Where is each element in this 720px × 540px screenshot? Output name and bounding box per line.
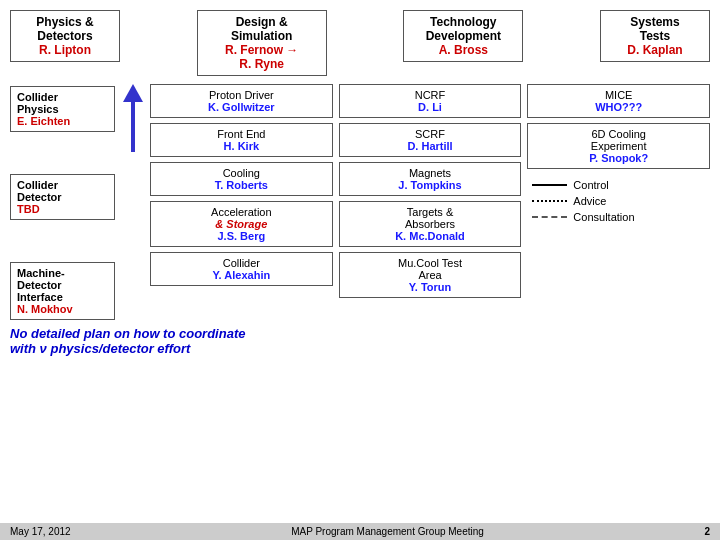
mc-title2: Area: [346, 269, 515, 281]
cool-person: T. Roberts: [157, 179, 326, 191]
accel-person: J.S. Berg: [157, 230, 326, 242]
footer-page: 2: [704, 526, 710, 537]
fe-person: H. Kirk: [157, 140, 326, 152]
mag-title: Magnets: [346, 167, 515, 179]
tgt-title: Targets &: [346, 206, 515, 218]
main-content: Physics & Detectors R. Lipton Design & S…: [0, 0, 720, 320]
footer-event: MAP Program Management Group Meeting: [291, 526, 484, 537]
bottom-line1: No detailed plan on how to coordinate: [10, 326, 710, 341]
header-physics-line1: Physics &: [19, 15, 111, 29]
diagram: Collider Physics E. Eichten Collider Det…: [10, 84, 710, 320]
spacer2: [10, 226, 115, 256]
fe-title: Front End: [157, 128, 326, 140]
coll-title: Collider: [157, 257, 326, 269]
cell-mice: MICE WHO???: [527, 84, 710, 118]
header-design: Design & Simulation R. Fernow → R. Ryne: [197, 10, 327, 76]
tech-column: NCRF D. Li SCRF D. Hartill Magnets J. To…: [339, 84, 522, 298]
bottom-text: No detailed plan on how to coordinate wi…: [0, 326, 720, 356]
design-column: Proton Driver K. Gollwitzer Front End H.…: [150, 84, 333, 286]
header-physics-person: R. Lipton: [19, 43, 111, 57]
legend-consult-line: [532, 216, 567, 218]
right-area: MICE WHO??? 6D Cooling Experiment P. Sno…: [527, 84, 710, 232]
tgt-person: K. Mc.Donald: [346, 230, 515, 242]
ncrf-title: NCRF: [346, 89, 515, 101]
coll-person: Y. Alexahin: [157, 269, 326, 281]
mc-person: Y. Torun: [346, 281, 515, 293]
pd-person: K. Gollwitzer: [157, 101, 326, 113]
legend-control-line: [532, 184, 567, 186]
header-technology: Technology Development A. Bross: [403, 10, 523, 62]
header-design-person1: R. Fernow →: [206, 43, 318, 57]
mice-person: WHO???: [534, 101, 703, 113]
spacer1: [10, 138, 115, 168]
legend: Control Advice Consultation: [527, 179, 710, 232]
header-systems-line2: Tests: [609, 29, 701, 43]
md-line3: Interface: [17, 291, 108, 303]
header-design-person2: R. Ryne: [206, 57, 318, 71]
legend-advice: Advice: [532, 195, 710, 207]
accel-special: & Storage: [157, 218, 326, 230]
cool-title: Cooling: [157, 167, 326, 179]
cp-line2: Physics: [17, 103, 108, 115]
accel-title: Acceleration: [157, 206, 326, 218]
md-line1: Machine-: [17, 267, 108, 279]
legend-advice-line: [532, 200, 567, 202]
header-design-line2: Simulation: [206, 29, 318, 43]
footer-bar: May 17, 2012 MAP Program Management Grou…: [0, 523, 720, 540]
legend-consultation: Consultation: [532, 211, 710, 223]
left-machine-detector: Machine- Detector Interface N. Mokhov: [10, 262, 115, 320]
cd-line1: Collider: [17, 179, 108, 191]
arrow-area: [115, 84, 150, 162]
cell-ncrf: NCRF D. Li: [339, 84, 522, 118]
header-systems-person: D. Kaplan: [609, 43, 701, 57]
cell-scrf: SCRF D. Hartill: [339, 123, 522, 157]
footer-date: May 17, 2012: [10, 526, 71, 537]
up-arrow-shaft: [131, 102, 135, 152]
cell-acceleration: Acceleration & Storage J.S. Berg: [150, 201, 333, 247]
6d-title2: Experiment: [534, 140, 703, 152]
cp-person: E. Eichten: [17, 115, 108, 127]
mice-title: MICE: [534, 89, 703, 101]
header-design-line1: Design &: [206, 15, 318, 29]
bottom-line2: with ν physics/detector effort: [10, 341, 710, 356]
cell-magnets: Magnets J. Tompkins: [339, 162, 522, 196]
cd-line2: Detector: [17, 191, 108, 203]
cd-person: TBD: [17, 203, 108, 215]
md-line2: Detector: [17, 279, 108, 291]
up-arrow-head: [123, 84, 143, 102]
cell-6d-cooling: 6D Cooling Experiment P. Snopok?: [527, 123, 710, 169]
legend-control: Control: [532, 179, 710, 191]
header-tech-line2: Development: [412, 29, 514, 43]
cell-front-end: Front End H. Kirk: [150, 123, 333, 157]
left-collider-detector: Collider Detector TBD: [10, 174, 115, 220]
mag-person: J. Tompkins: [346, 179, 515, 191]
header-physics: Physics & Detectors R. Lipton: [10, 10, 120, 62]
scrf-person: D. Hartill: [346, 140, 515, 152]
ncrf-person: D. Li: [346, 101, 515, 113]
cell-targets: Targets & Absorbers K. Mc.Donald: [339, 201, 522, 247]
header-systems-line1: Systems: [609, 15, 701, 29]
mc-title: Mu.Cool Test: [346, 257, 515, 269]
6d-person: P. Snopok?: [534, 152, 703, 164]
cp-line1: Collider: [17, 91, 108, 103]
cell-proton-driver: Proton Driver K. Gollwitzer: [150, 84, 333, 118]
cell-cooling: Cooling T. Roberts: [150, 162, 333, 196]
header-systems: Systems Tests D. Kaplan: [600, 10, 710, 62]
legend-consult-label: Consultation: [573, 211, 634, 223]
left-column: Collider Physics E. Eichten Collider Det…: [10, 84, 115, 320]
scrf-title: SCRF: [346, 128, 515, 140]
left-collider-physics: Collider Physics E. Eichten: [10, 86, 115, 132]
header-tech-line1: Technology: [412, 15, 514, 29]
md-person: N. Mokhov: [17, 303, 108, 315]
6d-title: 6D Cooling: [534, 128, 703, 140]
header-physics-line2: Detectors: [19, 29, 111, 43]
cell-mucool: Mu.Cool Test Area Y. Torun: [339, 252, 522, 298]
legend-control-label: Control: [573, 179, 608, 191]
legend-advice-label: Advice: [573, 195, 606, 207]
header-row: Physics & Detectors R. Lipton Design & S…: [10, 10, 710, 76]
pd-title: Proton Driver: [157, 89, 326, 101]
cell-collider: Collider Y. Alexahin: [150, 252, 333, 286]
header-tech-person: A. Bross: [412, 43, 514, 57]
tgt-title2: Absorbers: [346, 218, 515, 230]
